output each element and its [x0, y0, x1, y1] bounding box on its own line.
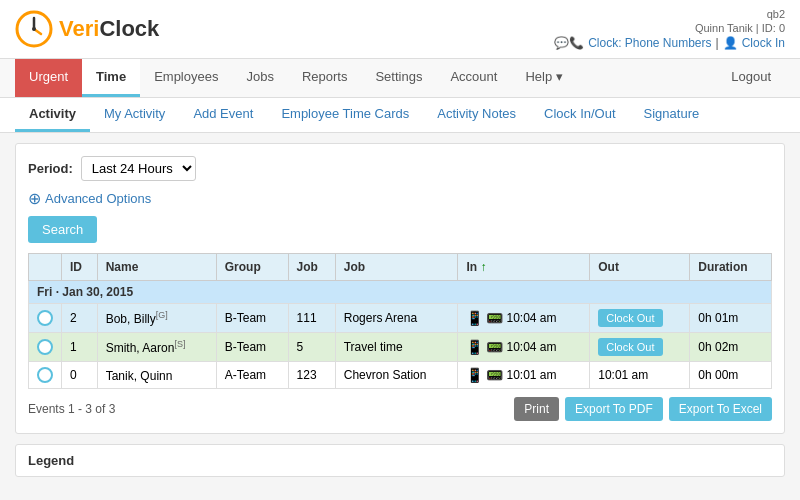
logo-veri: Veri: [59, 16, 99, 41]
cell-name-1: Bob, Billy[G]: [97, 304, 216, 333]
header: VeriClock qb2 Quinn Tanik | ID: 0 💬📞 Clo…: [0, 0, 800, 59]
tab-add-event[interactable]: Add Event: [179, 98, 267, 132]
col-check: [29, 254, 62, 281]
period-select[interactable]: Last 24 Hours Today Yesterday Last 7 Day…: [81, 156, 196, 181]
print-button[interactable]: Print: [514, 397, 559, 421]
plus-icon: ⊕: [28, 189, 41, 208]
cell-name-2: Smith, Aaron[S]: [97, 333, 216, 362]
header-right: qb2 Quinn Tanik | ID: 0 💬📞 Clock: Phone …: [554, 8, 785, 50]
nav-item-reports[interactable]: Reports: [288, 59, 362, 97]
cell-jobid-2: 5: [288, 333, 335, 362]
events-count: Events 1 - 3 of 3: [28, 402, 115, 416]
in-time-1: 10:04 am: [506, 311, 556, 325]
cell-duration-1: 0h 01m: [690, 304, 772, 333]
table-row: 1 Smith, Aaron[S] B-Team 5 Travel time 📱…: [29, 333, 772, 362]
row-checkbox-3[interactable]: [37, 367, 53, 383]
logo-text: VeriClock: [59, 16, 159, 42]
in-label: In: [466, 260, 477, 274]
phone-device-icon: 📱: [466, 310, 483, 326]
legend-section: Legend: [15, 444, 785, 477]
tab-signature[interactable]: Signature: [630, 98, 714, 132]
cell-jobname-2: Travel time: [335, 333, 458, 362]
cell-out-3: 10:01 am: [590, 362, 690, 389]
chat-icon: 💬📞: [554, 36, 584, 50]
cell-group-3: A-Team: [216, 362, 288, 389]
cell-name-3: Tanik, Quinn: [97, 362, 216, 389]
in-arrow-icon: ↑: [480, 260, 486, 274]
cell-in-2: 📱 📟 10:04 am: [458, 333, 590, 362]
clock-out-btn-1[interactable]: Clock Out: [598, 309, 662, 327]
person-icon: 👤: [723, 36, 738, 50]
nav-item-employees[interactable]: Employees: [140, 59, 232, 97]
logo-clock: Clock: [99, 16, 159, 41]
tab-activity[interactable]: Activity: [15, 98, 90, 132]
export-buttons: Print Export To PDF Export To Excel: [514, 397, 772, 421]
logo-icon: [15, 10, 53, 48]
clock-in-link[interactable]: Clock In: [742, 36, 785, 50]
cell-id-1: 2: [62, 304, 98, 333]
check-cell-3: [29, 362, 62, 389]
legend-title: Legend: [28, 453, 74, 468]
user-name: Quinn Tanik | ID: 0: [554, 22, 785, 34]
cell-out-1: Clock Out: [590, 304, 690, 333]
cell-id-2: 1: [62, 333, 98, 362]
cell-in-3: 📱 📟 10:01 am: [458, 362, 590, 389]
nav-item-settings[interactable]: Settings: [361, 59, 436, 97]
clock-phone-link[interactable]: Clock: Phone Numbers: [588, 36, 711, 50]
cell-duration-3: 0h 00m: [690, 362, 772, 389]
nav-item-urgent[interactable]: Urgent: [15, 59, 82, 97]
activity-table: ID Name Group Job Job In ↑ Out Duration …: [28, 253, 772, 389]
cell-duration-2: 0h 02m: [690, 333, 772, 362]
svg-point-3: [32, 27, 36, 31]
row-checkbox-2[interactable]: [37, 339, 53, 355]
nav-item-time[interactable]: Time: [82, 59, 140, 97]
date-row: Fri · Jan 30, 2015: [29, 281, 772, 304]
table-row: 0 Tanik, Quinn A-Team 123 Chevron Sation…: [29, 362, 772, 389]
nav-item-help[interactable]: Help ▾: [511, 59, 576, 97]
phone-device-icon-3: 📱: [466, 367, 483, 383]
content-area: Period: Last 24 Hours Today Yesterday La…: [15, 143, 785, 434]
col-id: ID: [62, 254, 98, 281]
row-checkbox-1[interactable]: [37, 310, 53, 326]
in-time-3: 10:01 am: [506, 368, 556, 382]
nav-item-jobs[interactable]: Jobs: [232, 59, 287, 97]
tablet-device-icon-3: 📟: [486, 367, 503, 383]
logo: VeriClock: [15, 10, 159, 48]
top-nav: Urgent Time Employees Jobs Reports Setti…: [0, 59, 800, 98]
sub-tabs: Activity My Activity Add Event Employee …: [0, 98, 800, 133]
cell-group-2: B-Team: [216, 333, 288, 362]
date-cell: Fri · Jan 30, 2015: [29, 281, 772, 304]
cell-jobid-3: 123: [288, 362, 335, 389]
nav-item-account[interactable]: Account: [436, 59, 511, 97]
tab-clock-in-out[interactable]: Clock In/Out: [530, 98, 630, 132]
col-out: Out: [590, 254, 690, 281]
tab-employee-time-cards[interactable]: Employee Time Cards: [267, 98, 423, 132]
table-container: ID Name Group Job Job In ↑ Out Duration …: [28, 253, 772, 389]
check-cell-2: [29, 333, 62, 362]
cell-jobname-1: Rogers Arena: [335, 304, 458, 333]
period-label: Period:: [28, 161, 73, 176]
table-row: 2 Bob, Billy[G] B-Team 111 Rogers Arena …: [29, 304, 772, 333]
advanced-options[interactable]: ⊕ Advanced Options: [28, 189, 772, 208]
export-pdf-button[interactable]: Export To PDF: [565, 397, 663, 421]
tab-my-activity[interactable]: My Activity: [90, 98, 179, 132]
user-id: qb2: [554, 8, 785, 20]
clock-links: 💬📞 Clock: Phone Numbers | 👤 Clock In: [554, 36, 785, 50]
col-job2: Job: [335, 254, 458, 281]
tab-activity-notes[interactable]: Activity Notes: [423, 98, 530, 132]
export-excel-button[interactable]: Export To Excel: [669, 397, 772, 421]
tablet-device-icon: 📟: [486, 310, 503, 326]
col-in: In ↑: [458, 254, 590, 281]
cell-out-2: Clock Out: [590, 333, 690, 362]
check-cell-1: [29, 304, 62, 333]
clock-out-btn-2[interactable]: Clock Out: [598, 338, 662, 356]
search-button[interactable]: Search: [28, 216, 97, 243]
col-duration: Duration: [690, 254, 772, 281]
tablet-device-icon-2: 📟: [486, 339, 503, 355]
logout-button[interactable]: Logout: [717, 59, 785, 97]
cell-jobname-3: Chevron Sation: [335, 362, 458, 389]
col-name: Name: [97, 254, 216, 281]
col-job1: Job: [288, 254, 335, 281]
phone-device-icon-2: 📱: [466, 339, 483, 355]
in-time-2: 10:04 am: [506, 340, 556, 354]
